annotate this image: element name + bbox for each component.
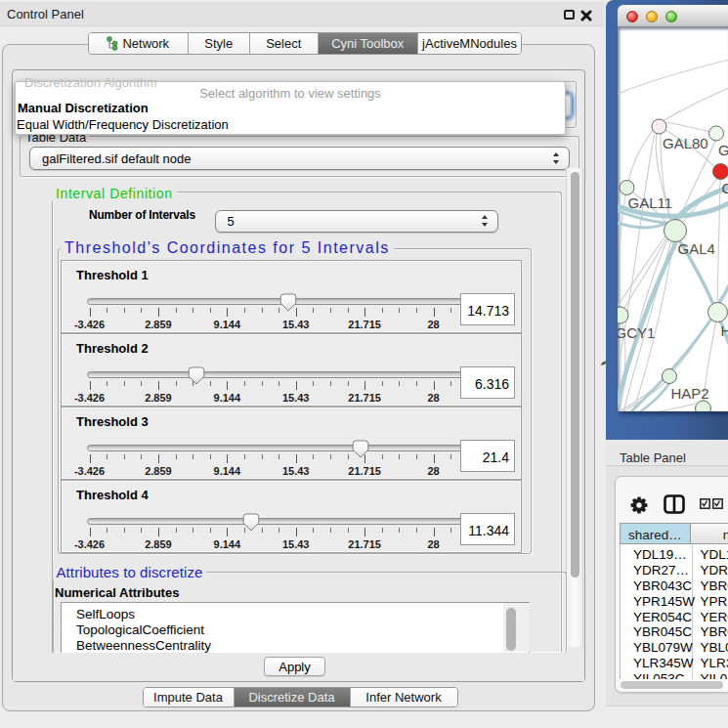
svg-text:GAL4: GAL4: [677, 240, 714, 257]
svg-text:GAL80: GAL80: [663, 135, 708, 151]
svg-text:GCY1: GCY1: [618, 324, 655, 341]
svg-text:HAP2: HAP2: [670, 385, 708, 402]
svg-text:CA: CA: [721, 180, 728, 196]
svg-text:HI: HI: [720, 322, 728, 339]
svg-text:GAL11: GAL11: [627, 194, 672, 211]
svg-text:GA: GA: [718, 142, 728, 158]
